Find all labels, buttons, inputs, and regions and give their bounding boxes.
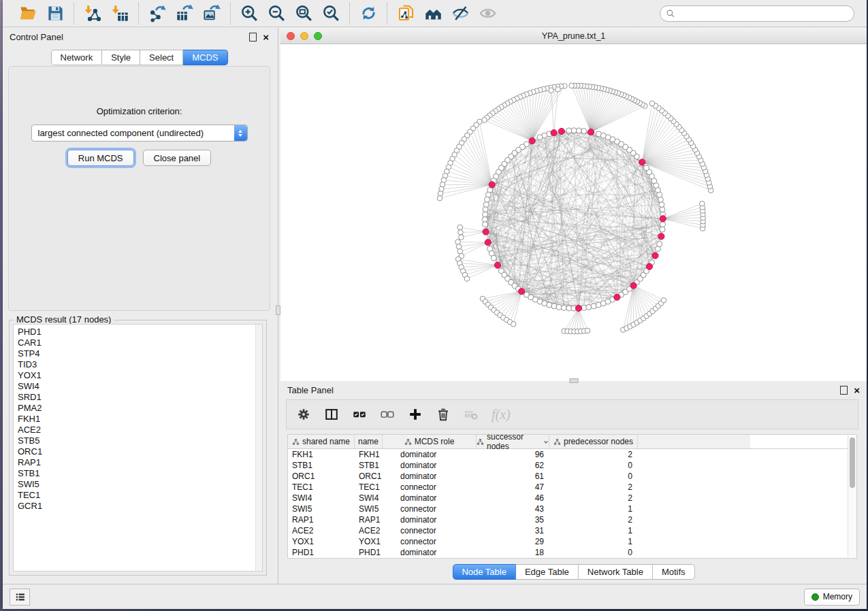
- unselect-all-rows-button[interactable]: [380, 407, 395, 422]
- task-history-button[interactable]: [10, 589, 30, 606]
- mcds-result-item[interactable]: STB5: [14, 435, 262, 446]
- mcds-result-item[interactable]: GCR1: [14, 501, 262, 512]
- table-row[interactable]: ACE2ACE2connector311: [288, 525, 856, 536]
- mcds-result-item[interactable]: CAR1: [14, 337, 262, 348]
- cell-name: SWI5: [355, 504, 383, 514]
- column-header-successor-nodes[interactable]: successor nodes: [477, 435, 549, 448]
- network-canvas[interactable]: [280, 44, 867, 381]
- function-icon: f(x): [492, 407, 511, 423]
- float-panel-icon[interactable]: [249, 33, 257, 42]
- delete-table-button[interactable]: [464, 407, 479, 422]
- table-row[interactable]: ORC1ORC1dominator610: [288, 471, 856, 482]
- zoom-out-button[interactable]: [265, 3, 288, 24]
- table-scrollbar-thumb[interactable]: [850, 437, 855, 488]
- mcds-result-item[interactable]: YOX1: [14, 370, 262, 381]
- horizontal-splitter-handle[interactable]: [569, 378, 578, 383]
- open-session-button[interactable]: [16, 3, 39, 24]
- cell-shared-name: RAP1: [288, 515, 355, 525]
- mcds-result-item[interactable]: SWI4: [14, 381, 262, 392]
- network-titlebar: YPA_prune.txt_1: [280, 28, 867, 44]
- mcds-result-item[interactable]: FKH1: [14, 414, 262, 425]
- table-row[interactable]: SWI5SWI5connector431: [288, 503, 856, 514]
- mcds-result-item[interactable]: PMA2: [14, 403, 262, 414]
- splitter-handle[interactable]: [276, 306, 280, 315]
- network-overview-button[interactable]: [421, 3, 445, 24]
- zoom-selected-icon: [322, 4, 340, 22]
- mcds-result-item[interactable]: ACE2: [14, 425, 262, 435]
- split-columns-button[interactable]: [324, 407, 339, 422]
- table-row[interactable]: TEC1TEC1connector472: [288, 482, 856, 493]
- cell-name: SWI4: [355, 493, 383, 503]
- table-row[interactable]: STB1STB1dominator620: [288, 460, 856, 471]
- import-table-button[interactable]: [108, 3, 131, 24]
- import-network-button[interactable]: [81, 3, 104, 24]
- mcds-result-item[interactable]: TEC1: [14, 490, 262, 501]
- select-all-rows-button[interactable]: [352, 407, 367, 422]
- function-builder-button[interactable]: f(x): [492, 407, 511, 423]
- run-mcds-button[interactable]: Run MCDS: [67, 150, 134, 166]
- mcds-result-item[interactable]: TID3: [14, 359, 262, 370]
- table-row[interactable]: SWI4SWI4dominator462: [288, 493, 856, 503]
- cell-name: YOX1: [355, 537, 383, 546]
- cell-predecessor-nodes: 2: [549, 515, 638, 525]
- tab-network[interactable]: Network: [50, 50, 102, 65]
- zoom-selected-button[interactable]: [319, 3, 342, 24]
- tab-motifs[interactable]: Motifs: [653, 564, 695, 580]
- export-image-button[interactable]: [200, 3, 223, 24]
- column-header-shared-name[interactable]: shared name: [288, 435, 355, 448]
- table-row[interactable]: FKH1FKH1dominator962: [288, 449, 856, 460]
- memory-status-icon: [811, 593, 819, 601]
- column-header-mcds-role[interactable]: MCDS role: [383, 435, 477, 448]
- export-network-button[interactable]: [146, 3, 169, 24]
- tab-edge-table[interactable]: Edge Table: [516, 564, 579, 580]
- cell-shared-name: ORC1: [288, 472, 355, 481]
- control-panel: Control Panel × NetworkStyleSelectMCDS O…: [3, 28, 276, 584]
- table-row[interactable]: RAP1RAP1dominator352: [288, 514, 856, 525]
- panel-splitter[interactable]: [276, 28, 280, 584]
- column-header-predecessor-nodes[interactable]: predecessor nodes: [549, 435, 638, 448]
- add-column-button[interactable]: [408, 407, 423, 422]
- show-graphics-details-button[interactable]: [476, 3, 499, 24]
- delete-column-button[interactable]: [436, 407, 451, 422]
- mcds-result-item[interactable]: STB1: [14, 468, 262, 479]
- mcds-result-item[interactable]: RAP1: [14, 457, 262, 468]
- export-table-button[interactable]: [173, 3, 196, 24]
- search-input[interactable]: [679, 8, 848, 19]
- toolbar-group: [349, 3, 387, 24]
- save-session-button[interactable]: [44, 3, 67, 24]
- memory-button[interactable]: Memory: [804, 589, 860, 606]
- right-column: YPA_prune.txt_1 Table Panel × f(x) s: [280, 28, 867, 584]
- tab-mcds[interactable]: MCDS: [183, 50, 227, 65]
- tab-style[interactable]: Style: [102, 50, 140, 65]
- mcds-result-item[interactable]: PHD1: [14, 325, 262, 337]
- criterion-dropdown[interactable]: largest connected component (undirected): [31, 125, 248, 142]
- clone-network-button[interactable]: [394, 3, 417, 24]
- table-settings-button[interactable]: [296, 407, 311, 422]
- memory-label: Memory: [823, 592, 852, 601]
- close-panel-button[interactable]: Close panel: [143, 150, 212, 166]
- search-field[interactable]: [660, 5, 854, 22]
- close-panel-icon[interactable]: ×: [263, 33, 269, 41]
- zoom-fit-button[interactable]: [292, 3, 315, 24]
- criterion-dropdown-value: largest connected component (undirected): [32, 128, 234, 138]
- refresh-network-button[interactable]: [357, 3, 380, 24]
- mcds-result-item[interactable]: ORC1: [14, 446, 262, 457]
- table-row[interactable]: PHD1PHD1dominator180: [288, 547, 856, 558]
- tab-node-table[interactable]: Node Table: [452, 564, 516, 580]
- mcds-result-item[interactable]: STP4: [14, 348, 262, 359]
- table-scrollbar[interactable]: [848, 435, 856, 557]
- mcds-result-item[interactable]: SWI5: [14, 479, 262, 490]
- table-row[interactable]: YOX1YOX1connector291: [288, 536, 856, 547]
- zoom-in-button[interactable]: [238, 3, 261, 24]
- mcds-result-item[interactable]: SRD1: [14, 392, 262, 403]
- mcds-result-list[interactable]: PHD1CAR1STP4TID3YOX1SWI4SRD1PMA2FKH1ACE2…: [13, 324, 263, 572]
- hide-graphics-details-button[interactable]: [449, 3, 472, 24]
- tab-network-table[interactable]: Network Table: [579, 564, 653, 580]
- close-table-panel-icon[interactable]: ×: [854, 386, 860, 394]
- mcds-list-scrollbar[interactable]: [255, 325, 262, 571]
- float-table-panel-icon[interactable]: [840, 386, 848, 395]
- column-header-name[interactable]: name: [355, 435, 383, 448]
- tab-select[interactable]: Select: [140, 50, 183, 65]
- tree-icon: [292, 438, 300, 446]
- delete-table-icon: [464, 407, 479, 422]
